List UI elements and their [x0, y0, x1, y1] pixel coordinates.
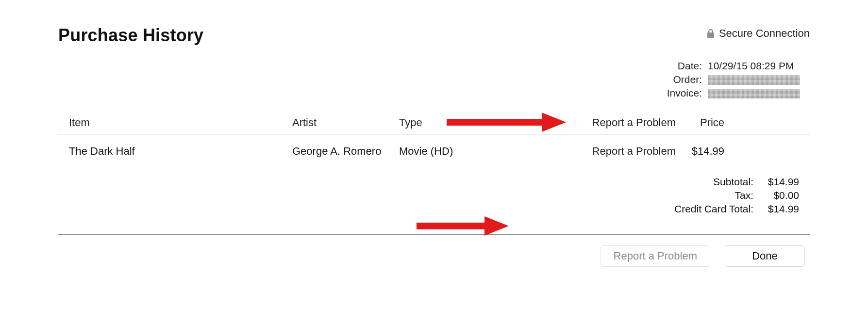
purchase-table: Item Artist Type Report a Problem Price … — [58, 113, 810, 162]
column-header-price: Price — [676, 116, 724, 129]
order-meta: Date: 10/29/15 08:29 PM Order: Invoice: — [58, 60, 810, 99]
cell-item: The Dark Half — [69, 145, 292, 158]
redacted-value — [708, 75, 800, 85]
column-header-report: Report a Problem — [569, 116, 676, 129]
subtotal-value: $14.99 — [760, 176, 799, 188]
cell-price: $14.99 — [676, 145, 724, 158]
tax-value: $0.00 — [760, 190, 799, 201]
meta-date-label: Date: — [667, 60, 702, 72]
meta-invoice-value — [708, 87, 810, 99]
cc-total-value: $14.99 — [760, 203, 799, 215]
page-title: Purchase History — [58, 25, 203, 46]
lock-icon — [706, 29, 715, 38]
svg-marker-3 — [484, 216, 509, 236]
meta-invoice-label: Invoice: — [667, 87, 702, 99]
table-row: The Dark Half George A. Romero Movie (HD… — [58, 134, 810, 162]
table-header-row: Item Artist Type Report a Problem Price — [58, 113, 810, 134]
meta-date-value: 10/29/15 08:29 PM — [708, 60, 810, 72]
redacted-value — [708, 89, 800, 98]
column-header-item: Item — [69, 116, 292, 129]
footer-separator — [58, 234, 810, 235]
cell-type: Movie (HD) — [399, 145, 569, 158]
footer-buttons: Report a Problem Done — [58, 245, 810, 267]
report-a-problem-button[interactable]: Report a Problem — [601, 245, 710, 267]
tax-label: Tax: — [674, 190, 753, 201]
cc-total-label: Credit Card Total: — [674, 203, 753, 215]
secure-connection-label: Secure Connection — [719, 27, 810, 40]
meta-order-value — [708, 74, 810, 85]
column-header-artist: Artist — [292, 116, 399, 129]
cell-artist: George A. Romero — [292, 145, 399, 158]
secure-connection-badge: Secure Connection — [706, 27, 810, 40]
column-header-type: Type — [399, 116, 569, 129]
subtotal-label: Subtotal: — [674, 176, 753, 188]
report-a-problem-link[interactable]: Report a Problem — [569, 145, 676, 158]
meta-order-label: Order: — [667, 74, 702, 85]
totals-block: Subtotal: $14.99 Tax: $0.00 Credit Card … — [58, 176, 810, 215]
done-button[interactable]: Done — [725, 245, 805, 267]
